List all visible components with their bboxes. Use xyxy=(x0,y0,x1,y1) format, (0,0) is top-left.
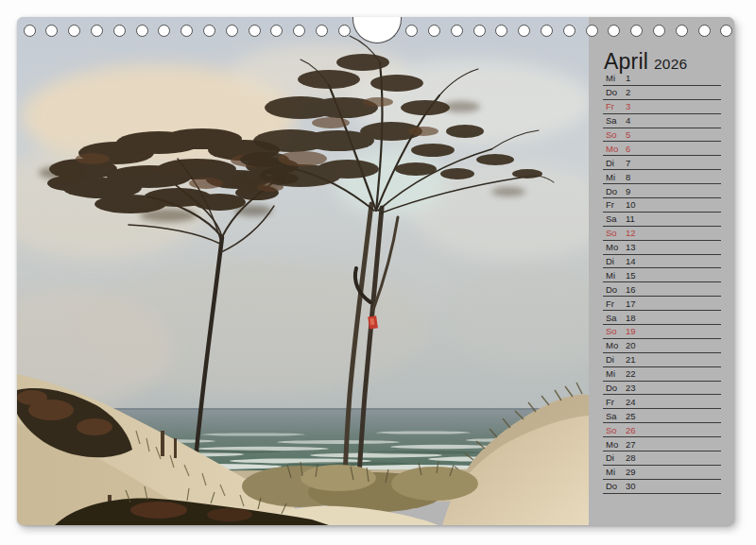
day-number: 16 xyxy=(626,285,636,295)
calendar-day-row: Mo20 xyxy=(603,339,721,353)
day-number: 7 xyxy=(626,159,630,168)
weekday-abbr: So xyxy=(606,229,626,238)
calendar-day-row: Do9 xyxy=(603,184,721,198)
weekday-abbr: Sa xyxy=(606,116,626,126)
calendar-page: April2026 Mi1Do2Fr3Sa4So5Mo6Di7Mi8Do9Fr1… xyxy=(17,17,734,525)
calendar-day-row: Do30 xyxy=(603,480,721,494)
binding-hole xyxy=(136,25,148,37)
binding-hole xyxy=(563,25,576,37)
weekday-abbr: Mi xyxy=(606,173,626,182)
calendar-day-row: Sa4 xyxy=(603,114,721,128)
day-number: 29 xyxy=(626,468,636,477)
weekday-abbr: Do xyxy=(606,383,626,393)
day-number: 11 xyxy=(626,214,635,224)
day-number: 15 xyxy=(626,271,636,281)
weekday-abbr: Mi xyxy=(606,468,626,477)
calendar-day-row: Mo27 xyxy=(603,437,721,451)
day-number: 12 xyxy=(626,229,636,238)
calendar-day-row: So12 xyxy=(603,227,721,241)
day-number: 4 xyxy=(626,116,630,126)
weekday-abbr: So xyxy=(606,130,626,140)
calendar-day-row: Fr10 xyxy=(603,198,721,213)
day-number: 10 xyxy=(626,200,636,210)
calendar-day-row: Fr3 xyxy=(603,100,721,114)
weekday-abbr: Do xyxy=(606,482,626,491)
binding-hole xyxy=(316,25,328,37)
calendar-day-row: So5 xyxy=(603,128,721,143)
calendar-day-row: Di21 xyxy=(603,353,721,367)
day-number: 26 xyxy=(626,426,636,435)
binding-hole xyxy=(698,25,711,37)
day-number: 30 xyxy=(626,482,636,491)
day-number: 19 xyxy=(626,327,636,336)
calendar-day-row: Mi1 xyxy=(603,72,721,86)
day-number: 1 xyxy=(626,74,630,83)
binding-hole xyxy=(451,25,463,37)
year-label: 2026 xyxy=(654,56,687,72)
binding-hole xyxy=(586,25,598,37)
weekday-abbr: Do xyxy=(606,187,626,196)
calendar-day-row: Do16 xyxy=(603,282,721,297)
calendar-day-row: Mi8 xyxy=(603,170,721,184)
calendar-day-row: Di14 xyxy=(603,255,721,269)
binding-hole xyxy=(653,25,665,37)
calendar-day-row: Di7 xyxy=(603,156,721,170)
calendar-day-row: Do23 xyxy=(603,382,721,396)
weekday-abbr: Mo xyxy=(606,243,626,252)
day-number: 2 xyxy=(626,88,630,97)
weekday-abbr: Fr xyxy=(606,102,626,111)
binding-hole xyxy=(338,25,351,37)
binding-hole xyxy=(473,25,486,37)
weekday-abbr: Di xyxy=(606,257,626,266)
binding-hole xyxy=(203,25,215,37)
weekday-abbr: Di xyxy=(606,453,626,463)
weekday-abbr: Mo xyxy=(606,145,626,154)
calendar-day-row: Fr24 xyxy=(603,395,721,409)
weekday-abbr: Mi xyxy=(606,369,626,379)
calendar-day-row: Mi15 xyxy=(603,268,721,282)
calendar-day-row: Mo13 xyxy=(603,241,721,255)
weekday-abbr: Fr xyxy=(606,299,626,309)
day-number: 21 xyxy=(626,355,636,365)
binding-hole xyxy=(91,25,103,37)
binding-hole xyxy=(541,25,553,37)
day-number: 13 xyxy=(626,243,636,252)
binding-hole xyxy=(518,25,530,37)
day-number: 22 xyxy=(626,369,636,379)
calendar-day-row: So26 xyxy=(603,423,721,437)
day-number: 8 xyxy=(626,173,630,182)
weekday-abbr: Mo xyxy=(606,341,626,350)
day-number: 6 xyxy=(626,145,630,154)
day-number: 25 xyxy=(626,412,636,421)
day-number: 18 xyxy=(626,314,636,323)
calendar-day-row: So19 xyxy=(603,325,721,339)
calendar-day-row: Fr17 xyxy=(603,297,721,311)
binding-hole xyxy=(68,25,80,37)
binding-hole xyxy=(24,25,36,37)
weekday-abbr: Sa xyxy=(606,314,626,323)
binding-hole xyxy=(180,25,193,37)
binding-hole xyxy=(630,25,643,37)
day-number: 14 xyxy=(626,257,636,266)
binding-hole xyxy=(226,25,238,37)
weekday-abbr: Fr xyxy=(606,200,626,210)
weekday-abbr: Di xyxy=(606,355,626,365)
day-number: 28 xyxy=(626,453,636,463)
weekday-abbr: So xyxy=(606,426,626,435)
binding-hole xyxy=(113,25,126,37)
calendar-day-row: Mi29 xyxy=(603,466,721,480)
day-number: 24 xyxy=(626,398,636,407)
binding-hole xyxy=(293,25,305,37)
weekday-abbr: Sa xyxy=(606,412,626,421)
day-number: 5 xyxy=(626,130,630,140)
day-list: Mi1Do2Fr3Sa4So5Mo6Di7Mi8Do9Fr10Sa11So12M… xyxy=(603,72,721,494)
calendar-panel: April2026 Mi1Do2Fr3Sa4So5Mo6Di7Mi8Do9Fr1… xyxy=(589,17,734,525)
page-title: April2026 xyxy=(604,49,687,75)
month-title: April xyxy=(604,49,648,74)
calendar-day-row: Sa11 xyxy=(603,213,721,227)
calendar-day-row: Mo6 xyxy=(603,142,721,156)
weekday-abbr: Do xyxy=(606,88,626,97)
weekday-abbr: Mi xyxy=(606,74,626,83)
weekday-abbr: Mi xyxy=(606,271,626,281)
day-number: 27 xyxy=(626,440,636,450)
